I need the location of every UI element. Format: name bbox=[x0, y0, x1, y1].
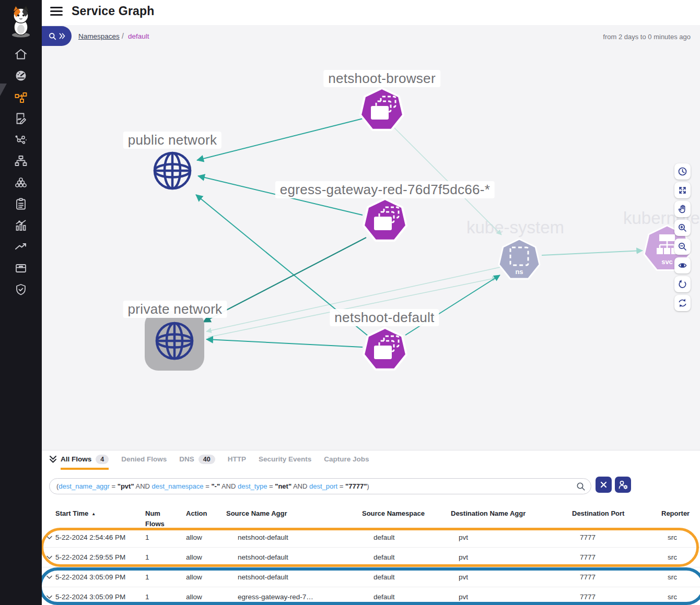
globe-icon bbox=[155, 153, 190, 188]
service-graph-icon[interactable] bbox=[14, 90, 28, 104]
node-netshoot-browser[interactable] bbox=[356, 84, 408, 136]
fit-screen-button[interactable] bbox=[674, 182, 691, 198]
cell-reporter: src bbox=[661, 553, 700, 561]
breadcrumb-separator: / bbox=[122, 32, 124, 40]
tab-count-badge: 4 bbox=[96, 455, 109, 464]
cell-action: allow bbox=[186, 553, 226, 561]
row-expander[interactable] bbox=[42, 595, 55, 599]
cell-action: allow bbox=[186, 533, 226, 541]
column-header-destination-port[interactable]: Destination Port bbox=[572, 502, 661, 529]
flows-tabs: All Flows4Denied FlowsDNS40HTTPSecurity … bbox=[42, 450, 700, 470]
zoom-out-icon bbox=[678, 242, 687, 252]
column-header-label: Source Namespace bbox=[362, 509, 425, 517]
tab-label: DNS bbox=[179, 455, 194, 463]
row-expander[interactable] bbox=[42, 536, 55, 540]
undo-button[interactable] bbox=[674, 276, 691, 292]
dashboard-icon[interactable] bbox=[14, 69, 28, 82]
flows-table-body: 5-22-2024 2:54:46 PM1allownetshoot-defau… bbox=[42, 528, 700, 605]
node-egress-gateway[interactable] bbox=[359, 195, 411, 247]
column-header-destination-name-aggr[interactable]: Destination Name Aggr bbox=[451, 502, 572, 529]
network-icon[interactable] bbox=[14, 133, 28, 147]
filter-token-field: dest_namespace bbox=[152, 482, 204, 490]
cell-destination-name-aggr: pvt bbox=[451, 553, 572, 561]
graph-search-button[interactable] bbox=[42, 26, 72, 46]
column-header-start-time[interactable]: Start Time▲ bbox=[55, 502, 145, 529]
flow-row[interactable]: 5-22-2024 3:05:09 PM1allowegress-gateway… bbox=[42, 587, 700, 605]
filter-token-op: = bbox=[267, 482, 275, 490]
home-icon[interactable] bbox=[14, 48, 28, 61]
cell-source-name-aggr: netshoot-default bbox=[226, 533, 362, 541]
search-icon[interactable] bbox=[576, 482, 586, 491]
tab-capture-jobs[interactable]: Capture Jobs bbox=[324, 450, 369, 470]
node-netshoot-default[interactable] bbox=[359, 324, 411, 376]
manage-columns-button[interactable] bbox=[615, 477, 631, 493]
filter-expression-input[interactable]: (dest_name_aggr = "pvt" AND dest_namespa… bbox=[49, 478, 591, 494]
flow-row[interactable]: 5-22-2024 2:59:55 PM1allownetshoot-defau… bbox=[42, 547, 700, 567]
undo-icon bbox=[678, 279, 687, 289]
row-expander[interactable] bbox=[42, 555, 55, 560]
flow-row[interactable]: 5-22-2024 3:05:09 PM1allownetshoot-defau… bbox=[42, 567, 700, 587]
filter-token-keyword: AND bbox=[220, 482, 238, 490]
clear-filter-button[interactable] bbox=[596, 477, 612, 493]
visibility-button[interactable] bbox=[674, 257, 691, 274]
cell-start-time: 5-22-2024 2:59:55 PM bbox=[55, 553, 145, 561]
cell-destination-name-aggr: pvt bbox=[451, 593, 572, 601]
user-gear-icon bbox=[618, 480, 628, 490]
tab-security-events[interactable]: Security Events bbox=[259, 450, 311, 470]
tab-all-flows[interactable]: All Flows4 bbox=[61, 450, 109, 470]
clock-icon bbox=[678, 167, 687, 176]
topology-icon[interactable] bbox=[14, 155, 28, 168]
cell-destination-port: 7777 bbox=[572, 553, 661, 561]
trends-icon[interactable] bbox=[14, 240, 28, 254]
cell-start-time: 5-22-2024 3:05:09 PM bbox=[55, 593, 145, 601]
refresh-button[interactable] bbox=[674, 295, 691, 311]
chevron-down-icon bbox=[46, 555, 52, 560]
cell-destination-port: 7777 bbox=[572, 533, 661, 541]
cell-source-namespace: default bbox=[362, 593, 451, 601]
column-header-reporter[interactable]: Reporter bbox=[661, 502, 700, 529]
namespace-badge: ns bbox=[515, 268, 523, 276]
tab-http[interactable]: HTTP bbox=[228, 450, 246, 470]
column-header-source-name-aggr[interactable]: Source Name Aggr bbox=[226, 502, 362, 529]
node-kube-system-namespace[interactable]: ns bbox=[493, 234, 545, 286]
cell-source-namespace: default bbox=[362, 573, 451, 581]
cell-destination-name-aggr: pvt bbox=[451, 533, 572, 541]
reports-icon[interactable] bbox=[14, 219, 28, 232]
flows-panel: All Flows4Denied FlowsDNS40HTTPSecurity … bbox=[42, 450, 700, 605]
column-header-action[interactable]: Action bbox=[186, 502, 226, 529]
column-header-num-flows[interactable]: Num Flows bbox=[145, 502, 186, 529]
tab-denied-flows[interactable]: Denied Flows bbox=[121, 450, 167, 470]
tab-label: HTTP bbox=[228, 455, 246, 463]
zoom-in-button[interactable] bbox=[674, 220, 691, 236]
cell-source-namespace: default bbox=[362, 533, 451, 541]
column-header-label: Action bbox=[186, 509, 207, 517]
row-expander[interactable] bbox=[42, 575, 55, 579]
storage-icon[interactable] bbox=[14, 262, 28, 275]
cell-reporter: src bbox=[661, 573, 700, 581]
node-public-network[interactable] bbox=[149, 147, 196, 194]
cell-source-name-aggr: netshoot-default bbox=[226, 553, 362, 561]
refresh-icon bbox=[678, 298, 687, 308]
compliance-icon[interactable] bbox=[14, 197, 28, 211]
active-section-wedge bbox=[0, 84, 7, 96]
cell-action: allow bbox=[186, 593, 226, 601]
security-icon[interactable] bbox=[14, 283, 28, 296]
column-header-label: Num Flows bbox=[145, 508, 168, 529]
policies-icon[interactable] bbox=[14, 112, 28, 125]
node-private-network[interactable] bbox=[151, 317, 198, 364]
filter-token-op: = bbox=[337, 482, 345, 490]
cluster-icon[interactable] bbox=[14, 176, 28, 189]
column-header-label: Destination Name Aggr bbox=[451, 509, 526, 517]
tab-dns[interactable]: DNS40 bbox=[179, 450, 215, 470]
chevron-double-right-icon bbox=[59, 33, 65, 39]
zoom-out-button[interactable] bbox=[674, 239, 691, 255]
cell-start-time: 5-22-2024 3:05:09 PM bbox=[55, 573, 145, 581]
cell-destination-port: 7777 bbox=[572, 573, 661, 581]
breadcrumb-namespaces-link[interactable]: Namespaces bbox=[78, 32, 120, 40]
column-header-source-namespace[interactable]: Source Namespace bbox=[362, 502, 451, 529]
time-button[interactable] bbox=[674, 163, 691, 180]
time-range-label: from 2 days to 0 minutes ago bbox=[603, 33, 691, 41]
flow-row[interactable]: 5-22-2024 2:54:46 PM1allownetshoot-defau… bbox=[42, 528, 700, 547]
menu-icon[interactable] bbox=[50, 7, 63, 18]
pan-button[interactable] bbox=[674, 201, 691, 217]
